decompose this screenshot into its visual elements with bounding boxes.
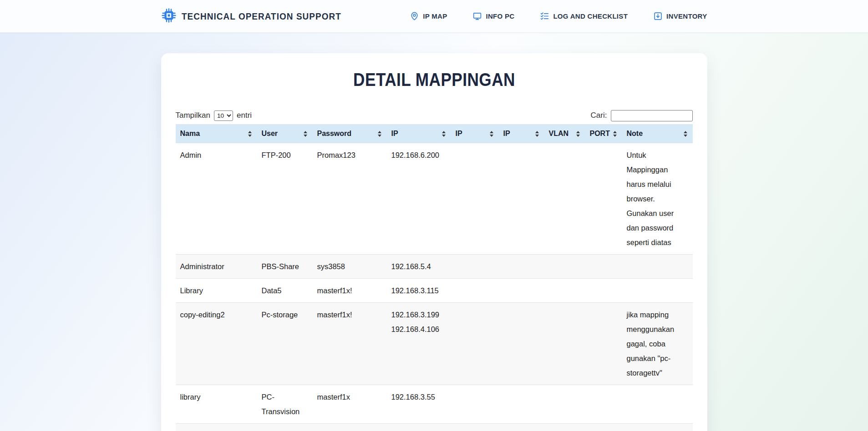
sort-arrows-icon [304, 131, 307, 137]
cell-vlan [544, 255, 585, 279]
sort-arrows-icon [613, 131, 617, 137]
cell-user: Pc-storage [257, 303, 313, 385]
cell-note [622, 279, 693, 303]
column-header-note[interactable]: Note [622, 124, 693, 143]
column-header-label: PORT [590, 130, 610, 138]
chip-logo-icon [161, 8, 177, 25]
sort-arrows-icon [248, 131, 252, 137]
column-header-label: User [262, 130, 278, 138]
detail-mapping-card: DETAIL MAPPINGAN Tampilkan 10 entri Cari… [161, 53, 707, 431]
nav-item-log-and-checklist[interactable]: LOG AND CHECKLIST [540, 11, 628, 21]
table-controls: Tampilkan 10 entri Cari: [176, 110, 693, 121]
nav-item-inventory[interactable]: INVENTORY [653, 11, 707, 21]
cell-port [585, 255, 622, 279]
checklist-icon [540, 11, 549, 21]
column-header-label: Note [627, 130, 643, 138]
map-pin-icon [410, 11, 419, 21]
cell-password: masterf1x! [313, 303, 387, 385]
cell-ip1: 192.168.3.55 [387, 385, 451, 424]
sort-arrows-icon [535, 131, 539, 137]
page-title: DETAIL MAPPINGAN [207, 70, 662, 90]
cell-ip2 [451, 255, 499, 279]
length-label-after: entri [237, 111, 252, 120]
sort-arrows-icon [442, 131, 446, 137]
table-row-partial [176, 424, 693, 431]
cell-vlan [544, 385, 585, 424]
cell-user: PBS-Share [257, 255, 313, 279]
search-control: Cari: [591, 110, 693, 121]
column-header-password[interactable]: Password [313, 124, 387, 143]
table-row: LibraryData5masterf1x!192.168.3.115 [176, 279, 693, 303]
column-header-label: VLAN [549, 130, 569, 138]
sort-arrows-icon [684, 131, 687, 137]
cell-password: sys3858 [313, 255, 387, 279]
table-header-row: NamaUserPasswordIPIPIPVLANPORTNote [176, 124, 693, 143]
column-header-ip[interactable]: IP [387, 124, 451, 143]
inventory-box-icon [653, 11, 663, 21]
column-header-label: IP [456, 130, 462, 138]
column-header-label: IP [391, 130, 398, 138]
search-label: Cari: [591, 111, 607, 120]
nav-label: IP MAP [423, 12, 447, 20]
top-navbar: TECHNICAL OPERATION SUPPORT IP MAP [0, 0, 868, 33]
table-row: copy-editing2Pc-storagemasterf1x!192.168… [176, 303, 693, 385]
cell-ip3 [499, 143, 544, 255]
cell-password: masterf1x [313, 385, 387, 424]
main-nav: IP MAP INFO PC [410, 11, 707, 21]
cell-port [585, 303, 622, 385]
cell-ip3 [499, 255, 544, 279]
mapping-table: NamaUserPasswordIPIPIPVLANPORTNote Admin… [176, 124, 693, 424]
cell-vlan [544, 143, 585, 255]
cell-user: FTP-200 [257, 143, 313, 255]
cell-ip1: 192.168.6.200 [387, 143, 451, 255]
table-row: libraryPC-Transvisionmasterf1x192.168.3.… [176, 385, 693, 424]
search-input[interactable] [611, 110, 693, 121]
cell-ip2 [451, 303, 499, 385]
nav-item-ip-map[interactable]: IP MAP [410, 11, 447, 21]
cell-ip2 [451, 385, 499, 424]
cell-nama: copy-editing2 [176, 303, 257, 385]
nav-label: INVENTORY [666, 12, 707, 20]
cell-note [622, 385, 693, 424]
column-header-ip[interactable]: IP [499, 124, 544, 143]
cell-ip2 [451, 143, 499, 255]
nav-label: LOG AND CHECKLIST [553, 12, 628, 20]
table-row: AdministratorPBS-Sharesys3858192.168.5.4 [176, 255, 693, 279]
cell-nama: Library [176, 279, 257, 303]
cell-port [585, 143, 622, 255]
cell-ip1: 192.168.5.4 [387, 255, 451, 279]
column-header-label: Password [317, 130, 352, 138]
column-header-port[interactable]: PORT [585, 124, 622, 143]
nav-label: INFO PC [486, 12, 514, 20]
column-header-ip[interactable]: IP [451, 124, 499, 143]
cell-port [585, 385, 622, 424]
length-label-before: Tampilkan [176, 111, 211, 120]
cell-ip3 [499, 385, 544, 424]
cell-nama: Admin [176, 143, 257, 255]
cell-password: Promax123 [313, 143, 387, 255]
cell-note: Untuk Mappinggan harus melalui browser. … [622, 143, 693, 255]
cell-note: jika mapping menggunakan gagal, coba gun… [622, 303, 693, 385]
column-header-nama[interactable]: Nama [176, 124, 257, 143]
nav-item-info-pc[interactable]: INFO PC [472, 11, 514, 21]
column-header-user[interactable]: User [257, 124, 313, 143]
page-length-select[interactable]: 10 [214, 110, 233, 121]
column-header-label: IP [503, 130, 510, 138]
column-header-vlan[interactable]: VLAN [544, 124, 585, 143]
cell-vlan [544, 303, 585, 385]
cell-user: PC-Transvision [257, 385, 313, 424]
column-header-label: Nama [180, 130, 200, 138]
cell-ip3 [499, 303, 544, 385]
cell-ip1: 192.168.3.115 [387, 279, 451, 303]
sort-arrows-icon [576, 131, 580, 137]
cell-nama: library [176, 385, 257, 424]
cell-note [622, 255, 693, 279]
cell-ip3 [499, 279, 544, 303]
cell-port [585, 279, 622, 303]
monitor-icon [472, 11, 482, 21]
cell-ip2 [451, 279, 499, 303]
cell-user: Data5 [257, 279, 313, 303]
table-row: AdminFTP-200Promax123192.168.6.200Untuk … [176, 143, 693, 255]
brand[interactable]: TECHNICAL OPERATION SUPPORT [161, 8, 359, 25]
sort-arrows-icon [490, 131, 493, 137]
